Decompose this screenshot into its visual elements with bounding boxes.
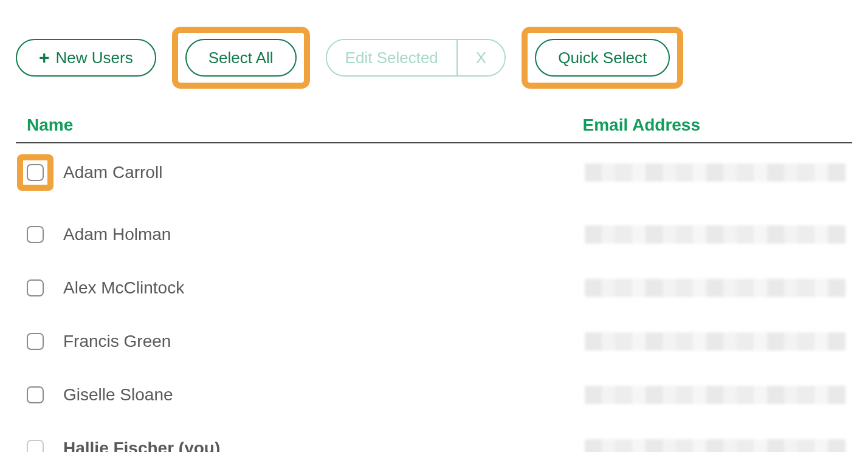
quick-select-button[interactable]: Quick Select xyxy=(535,39,670,77)
edit-selected-label: Edit Selected xyxy=(345,49,438,67)
row-checkbox[interactable] xyxy=(27,164,44,181)
table-header: Name Email Address xyxy=(16,115,852,143)
column-name[interactable]: Name xyxy=(27,115,73,135)
user-email-redacted xyxy=(585,332,846,351)
select-all-label: Select All xyxy=(208,49,274,67)
user-name: Alex McClintock xyxy=(63,278,585,298)
close-icon: X xyxy=(476,49,486,67)
row-checkbox[interactable] xyxy=(27,333,44,350)
clear-selection-button[interactable]: X xyxy=(456,40,505,75)
table-row[interactable]: Adam Carroll xyxy=(16,143,852,208)
new-users-button[interactable]: + New Users xyxy=(16,39,156,77)
row-checkbox[interactable] xyxy=(27,440,44,452)
row-checkbox[interactable] xyxy=(27,226,44,243)
plus-icon: + xyxy=(39,49,50,67)
new-users-label: New Users xyxy=(56,49,133,67)
quick-select-highlight: Quick Select xyxy=(522,27,683,89)
table-row[interactable]: Hallie Fischer (you) xyxy=(16,422,852,452)
checkbox-cell xyxy=(27,386,63,403)
quick-select-label: Quick Select xyxy=(558,49,647,67)
checkbox-cell xyxy=(27,154,63,191)
user-email-redacted xyxy=(585,386,846,404)
checkbox-cell xyxy=(27,440,63,452)
user-table-body: Adam CarrollAdam HolmanAlex McClintockFr… xyxy=(16,143,852,452)
table-row[interactable]: Giselle Sloane xyxy=(16,368,852,422)
table-row[interactable]: Francis Green xyxy=(16,315,852,368)
edit-selected-button[interactable]: Edit Selected xyxy=(327,40,456,75)
user-email-redacted xyxy=(585,279,846,297)
column-email[interactable]: Email Address xyxy=(583,115,852,135)
table-row[interactable]: Adam Holman xyxy=(16,208,852,261)
select-all-highlight: Select All xyxy=(172,27,310,89)
user-email-redacted xyxy=(585,225,846,244)
user-name: Hallie Fischer (you) xyxy=(63,439,585,452)
table-row[interactable]: Alex McClintock xyxy=(16,261,852,315)
user-name: Adam Carroll xyxy=(63,163,585,182)
user-name: Giselle Sloane xyxy=(63,385,585,405)
checkbox-cell xyxy=(27,279,63,296)
toolbar: + New Users Select All Edit Selected X Q… xyxy=(16,27,852,89)
select-all-button[interactable]: Select All xyxy=(185,39,297,77)
user-name: Adam Holman xyxy=(63,225,585,244)
edit-selected-group: Edit Selected X xyxy=(326,39,506,77)
user-email-redacted xyxy=(585,439,846,452)
user-name: Francis Green xyxy=(63,332,585,351)
user-email-redacted xyxy=(585,163,846,182)
checkbox-highlight xyxy=(17,154,53,191)
row-checkbox[interactable] xyxy=(27,386,44,403)
row-checkbox[interactable] xyxy=(27,279,44,296)
checkbox-cell xyxy=(27,226,63,243)
checkbox-cell xyxy=(27,333,63,350)
